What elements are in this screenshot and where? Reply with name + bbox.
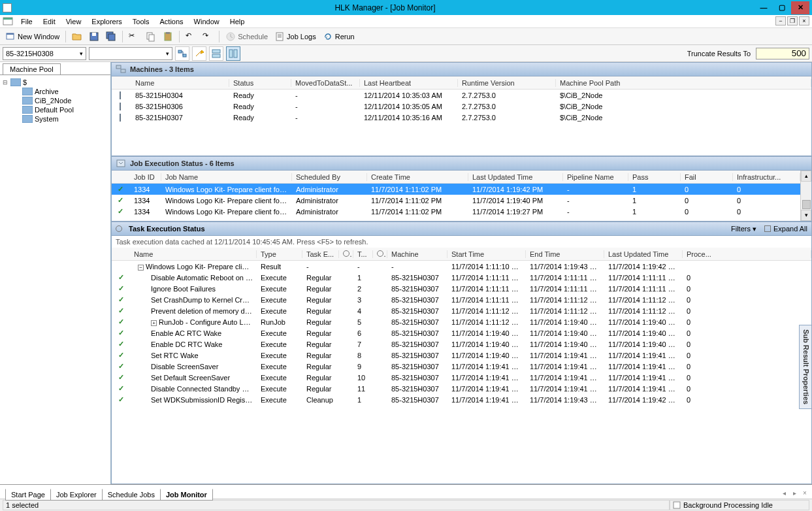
tab-start-page[interactable]: Start Page: [5, 489, 51, 501]
col-createtime[interactable]: Create Time: [367, 173, 468, 181]
col-updated2[interactable]: Last Updated Time: [604, 250, 683, 258]
tab-prev-button[interactable]: ◂: [779, 489, 788, 499]
rerun-button[interactable]: Rerun: [320, 30, 357, 43]
menu-view[interactable]: View: [61, 16, 87, 27]
scroll-thumb[interactable]: [802, 200, 811, 209]
col-end[interactable]: End Time: [526, 250, 604, 258]
col-moved[interactable]: MovedToDataSt...: [291, 79, 360, 87]
job-logs-button[interactable]: Job Logs: [272, 30, 319, 43]
col-type[interactable]: Type: [257, 250, 302, 258]
action4-button[interactable]: [226, 46, 240, 61]
col-fail[interactable]: Fail: [681, 173, 733, 181]
tab-schedule-jobs[interactable]: Schedule Jobs: [102, 489, 161, 501]
mdi-restore-button[interactable]: ❐: [787, 16, 798, 25]
menu-window[interactable]: Window: [189, 16, 225, 27]
task-row[interactable]: Disable ScreenSaverExecuteRegular985-321…: [112, 361, 811, 372]
close-button[interactable]: ✕: [791, 1, 809, 14]
redo-button[interactable]: ↷: [200, 30, 216, 43]
col-s2[interactable]: [373, 250, 387, 258]
col-pass[interactable]: Pass: [628, 173, 681, 181]
machine-pool-tab[interactable]: Machine Pool: [3, 63, 61, 74]
collapse-icon[interactable]: ⊟: [3, 79, 10, 86]
task-row[interactable]: Set RTC WakeExecuteRegular885-3215H03071…: [112, 350, 811, 361]
task-group-row[interactable]: −Windows Logo Kit- Prepare client fo...R…: [112, 261, 811, 272]
jobs-scrollbar[interactable]: ▴ ▾: [800, 171, 811, 221]
maximize-button[interactable]: ▢: [773, 1, 791, 14]
task-row[interactable]: Enable AC RTC WakeExecuteRegular685-3215…: [112, 327, 811, 338]
scroll-up-button[interactable]: ▴: [801, 171, 811, 182]
col-s1[interactable]: [339, 250, 353, 258]
machine-row[interactable]: 85-3215H0304Ready-12/11/2014 10:35:03 AM…: [112, 90, 811, 101]
job-row[interactable]: 1334Windows Logo Kit- Prepare client for…: [112, 184, 800, 195]
save-button[interactable]: [86, 30, 102, 43]
tree-node-cib2node[interactable]: CiB_2Node: [14, 96, 108, 105]
task-row[interactable]: Enable DC RTC WakeExecuteRegular785-3215…: [112, 338, 811, 350]
job-row[interactable]: 1334Windows Logo Kit- Prepare client for…: [112, 195, 800, 206]
truncate-input[interactable]: [756, 48, 809, 59]
expand-icon[interactable]: +: [151, 320, 157, 326]
col-taskname[interactable]: Name: [130, 250, 257, 258]
col-status[interactable]: Status: [229, 79, 291, 87]
collapse-icon[interactable]: −: [138, 265, 144, 271]
col-jobid[interactable]: Job ID: [130, 173, 161, 181]
task-row[interactable]: Disable Connected Standby on ...ExecuteR…: [112, 383, 811, 394]
machine-row[interactable]: 85-3215H0307Ready-12/11/2014 10:35:16 AM…: [112, 112, 811, 123]
menu-tools[interactable]: Tools: [127, 16, 155, 27]
mdi-minimize-button[interactable]: −: [775, 16, 786, 25]
scroll-down-button[interactable]: ▾: [801, 210, 811, 221]
job-row[interactable]: 1334Windows Logo Kit- Prepare client for…: [112, 206, 800, 217]
open-button[interactable]: [69, 30, 85, 43]
col-poolpath[interactable]: Machine Pool Path: [556, 79, 811, 87]
tab-job-explorer[interactable]: Job Explorer: [50, 489, 103, 501]
col-runtime[interactable]: Runtime Version: [458, 79, 556, 87]
col-name[interactable]: Name: [131, 79, 229, 87]
task-row[interactable]: Set Default ScreenSaverExecuteRegular108…: [112, 372, 811, 383]
col-heartbeat[interactable]: Last Heartbeat: [360, 79, 458, 87]
col-taske[interactable]: Task E...: [302, 250, 339, 258]
col-machine[interactable]: Machine: [387, 250, 447, 258]
menu-help[interactable]: Help: [225, 16, 250, 27]
mdi-close-button[interactable]: ×: [799, 16, 809, 25]
col-updated[interactable]: Last Updated Time: [468, 173, 563, 181]
machine-row[interactable]: 85-3215H0306Ready-12/11/2014 10:35:05 AM…: [112, 101, 811, 112]
col-start[interactable]: Start Time: [447, 250, 526, 258]
save-all-button[interactable]: [103, 30, 119, 43]
col-jobname[interactable]: Job Name: [161, 173, 292, 181]
task-row[interactable]: Ignore Boot FailuresExecuteRegular285-32…: [112, 283, 811, 294]
tab-job-monitor[interactable]: Job Monitor: [160, 489, 213, 501]
copy-button[interactable]: [143, 30, 159, 43]
col-infra[interactable]: Infrastructur...: [733, 173, 800, 181]
col-proce[interactable]: Proce...: [683, 250, 811, 258]
menu-actions[interactable]: Actions: [155, 16, 189, 27]
task-row[interactable]: Disable Automatic Reboot on Bl...Execute…: [112, 272, 811, 283]
schedule-button[interactable]: Schedule: [223, 30, 270, 43]
menu-explorers[interactable]: Explorers: [86, 16, 127, 27]
pool-combo[interactable]: ▾: [89, 47, 172, 60]
col-pipeline[interactable]: Pipeline Name: [563, 173, 628, 181]
task-row[interactable]: +RunJob - Configure Auto LogonRunJobRegu…: [112, 316, 811, 327]
minimize-button[interactable]: —: [755, 1, 773, 14]
task-row[interactable]: Set WDKSubmissionID Registry...ExecuteCl…: [112, 394, 811, 405]
tab-next-button[interactable]: ▸: [790, 489, 799, 499]
tree-node-archive[interactable]: Archive: [14, 87, 108, 96]
tab-close-button[interactable]: ×: [800, 489, 809, 499]
undo-button[interactable]: ↶: [183, 30, 199, 43]
task-row[interactable]: Prevent deletion of memory du...ExecuteR…: [112, 305, 811, 316]
action3-button[interactable]: [209, 46, 223, 61]
tree-root[interactable]: ⊟ $: [3, 78, 108, 87]
paste-button[interactable]: [160, 30, 176, 43]
filters-button[interactable]: Filters ▾: [731, 225, 756, 233]
tree-node-system[interactable]: System: [14, 114, 108, 124]
controller-combo[interactable]: 85-3215H0308 ▾: [3, 47, 86, 60]
action2-button[interactable]: [192, 46, 206, 61]
expand-all-checkbox[interactable]: Expand All: [764, 225, 807, 233]
sub-result-properties-tab[interactable]: Sub Result Properties: [799, 325, 812, 409]
menu-edit[interactable]: Edit: [38, 16, 61, 27]
menu-file[interactable]: File: [16, 16, 38, 27]
new-window-button[interactable]: New Window: [3, 30, 62, 43]
cut-button[interactable]: ✂: [126, 30, 142, 43]
col-t[interactable]: T...: [353, 250, 373, 258]
tree-node-defaultpool[interactable]: Default Pool: [14, 105, 108, 114]
action1-button[interactable]: [175, 46, 189, 61]
task-row[interactable]: Set CrashDump to Kernel Crash...ExecuteR…: [112, 294, 811, 305]
